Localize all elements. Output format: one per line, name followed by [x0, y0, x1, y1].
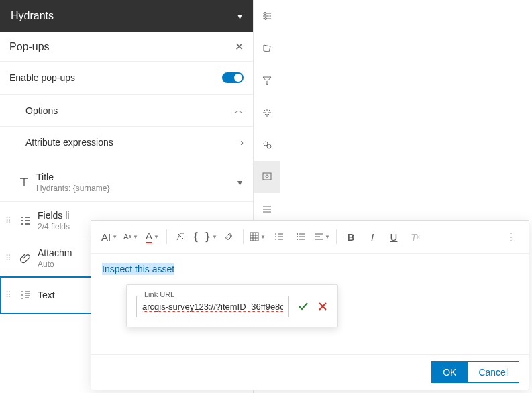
options-label: Options	[25, 105, 58, 116]
item-label: Fields li	[38, 210, 248, 221]
chevron-right-icon: ›	[240, 137, 244, 148]
cancel-button[interactable]: Cancel	[468, 361, 519, 383]
editor-area[interactable]: Inspect this asset Link URL	[91, 254, 529, 354]
table-button[interactable]: ▼	[248, 227, 268, 246]
code-button[interactable]: { }▼	[193, 227, 217, 246]
drag-handle-icon[interactable]: ⠿	[3, 254, 13, 263]
popup-title-item[interactable]: Title Hydrants: {surname} ▾	[0, 164, 253, 201]
enable-popups-toggle[interactable]	[222, 72, 244, 83]
svg-point-1	[268, 15, 270, 17]
numbered-list-button[interactable]	[269, 227, 289, 246]
bullet-list-button[interactable]	[290, 227, 311, 246]
close-icon[interactable]: ✕	[235, 40, 244, 53]
chevron-up-icon: ︿	[234, 105, 244, 117]
svg-point-2	[265, 18, 267, 20]
selected-link-text[interactable]: Inspect this asset	[102, 263, 174, 275]
fields-icon	[16, 215, 35, 227]
enable-popups-label: Enable pop-ups	[9, 72, 75, 83]
text-icon	[16, 289, 35, 301]
svg-point-6	[266, 175, 268, 178]
attachment-icon	[16, 252, 35, 264]
popups-title: Pop-ups	[9, 41, 50, 53]
layer-title: Hydrants	[11, 10, 54, 22]
svg-point-8	[297, 233, 298, 235]
popups-header: Pop-ups ✕	[0, 32, 253, 62]
cancel-link-button[interactable]	[317, 301, 328, 312]
drag-handle-icon[interactable]: ⠿	[3, 216, 13, 225]
options-row[interactable]: Options ︿	[0, 94, 253, 126]
ok-button[interactable]: OK	[431, 361, 468, 383]
font-color-button[interactable]: A▼	[142, 227, 162, 246]
item-sub: Hydrants: {surname}	[36, 184, 237, 193]
svg-rect-5	[263, 173, 271, 180]
dialog-footer: OK Cancel	[91, 354, 529, 390]
clear-format-button[interactable]	[171, 227, 191, 246]
sparkle-icon[interactable]	[254, 97, 280, 129]
strike-button[interactable]: Tx	[405, 227, 425, 246]
svg-point-9	[297, 236, 298, 237]
italic-button[interactable]: I	[362, 227, 382, 246]
title-icon	[15, 176, 34, 188]
polygon-icon[interactable]	[254, 32, 280, 64]
align-button[interactable]: ▼	[312, 227, 332, 246]
tool-rail	[254, 0, 280, 225]
more-icon[interactable]: ⋮	[500, 227, 521, 246]
chevron-down-icon: ▾	[237, 177, 248, 188]
svg-rect-7	[250, 233, 258, 241]
attribute-expressions-row[interactable]: Attribute expressions ›	[0, 126, 253, 158]
layer-header[interactable]: Hydrants ▾	[0, 0, 253, 32]
ai-button[interactable]: AI▼	[99, 227, 119, 246]
underline-button[interactable]: U	[384, 227, 404, 246]
bold-button[interactable]: B	[341, 227, 361, 246]
enable-popups-row: Enable pop-ups	[0, 62, 253, 94]
drag-handle-icon[interactable]: ⠿	[3, 290, 13, 300]
confirm-link-button[interactable]	[297, 300, 309, 313]
link-button[interactable]	[219, 227, 239, 246]
link-url-popup: Link URL	[126, 284, 338, 327]
svg-point-0	[264, 13, 266, 15]
link-url-input[interactable]	[136, 296, 289, 317]
link-url-label: Link URL	[142, 290, 177, 298]
filter-icon[interactable]	[254, 64, 280, 97]
cluster-icon[interactable]	[254, 129, 280, 161]
svg-point-4	[267, 144, 271, 148]
chevron-down-icon[interactable]: ▾	[237, 11, 242, 21]
svg-point-10	[297, 239, 298, 240]
item-label: Title	[36, 172, 237, 182]
font-size-button[interactable]: AA▼	[121, 227, 141, 246]
attr-expr-label: Attribute expressions	[25, 137, 113, 148]
editor-toolbar: AI▼ AA▼ A▼ { }▼ ▼ ▼ B I U Tx ⋮	[91, 221, 529, 254]
settings-icon[interactable]	[254, 0, 280, 32]
text-editor-dialog: AI▼ AA▼ A▼ { }▼ ▼ ▼ B I U Tx ⋮ Inspect t…	[91, 220, 529, 390]
popup-config-icon[interactable]	[254, 161, 280, 193]
